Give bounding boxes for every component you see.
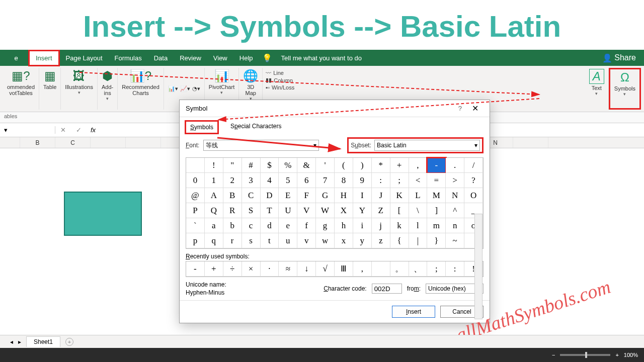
char-cell[interactable]: L <box>409 188 428 203</box>
column-header[interactable]: B <box>20 137 55 148</box>
recent-char-cell[interactable]: - <box>186 261 205 277</box>
char-cell[interactable]: j <box>372 218 390 233</box>
char-cell[interactable]: x <box>335 233 353 248</box>
selected-cell-c[interactable] <box>64 192 142 236</box>
char-cell[interactable]: C <box>242 188 261 203</box>
char-cell[interactable]: 4 <box>261 173 279 188</box>
char-cell[interactable]: X <box>335 203 353 218</box>
char-cell[interactable]: t <box>261 233 279 248</box>
text-button[interactable]: A Text ▾ <box>585 68 609 110</box>
illustrations-button[interactable]: 🖼 Illustrations ▾ <box>61 68 98 110</box>
char-cell[interactable]: @ <box>186 188 205 203</box>
char-cell[interactable]: 9 <box>353 173 372 188</box>
ribbon-tab-help[interactable]: Help <box>233 51 259 65</box>
char-cell[interactable]: Q <box>205 203 223 218</box>
accept-formula-icon[interactable]: ✓ <box>71 126 87 134</box>
share-button[interactable]: 👤 Share <box>602 53 640 63</box>
help-icon[interactable]: ? <box>453 105 467 112</box>
char-cell[interactable]: a <box>205 218 223 233</box>
recent-char-cell[interactable]: 。 <box>390 261 409 277</box>
char-cell[interactable]: i <box>353 218 372 233</box>
ribbon-tab-insert[interactable]: Insert <box>28 50 60 66</box>
char-cell[interactable]: U <box>279 203 297 218</box>
char-cell[interactable]: R <box>223 203 242 218</box>
recent-char-cell[interactable]: ÷ <box>223 261 242 277</box>
name-box[interactable]: ▾ <box>0 126 55 134</box>
pie-chart-icon[interactable]: ◔▾ <box>192 85 200 92</box>
char-cell[interactable]: z <box>372 233 390 248</box>
char-cell[interactable]: ~ <box>446 233 464 248</box>
fx-icon[interactable]: fx <box>87 126 100 134</box>
recent-char-cell[interactable]: Ⅲ <box>335 261 353 277</box>
char-cell[interactable]: Z <box>372 203 390 218</box>
subset-select[interactable]: Basic Latin▾ <box>374 140 480 151</box>
char-cell[interactable]: 2 <box>223 173 242 188</box>
char-cell[interactable]: F <box>297 188 316 203</box>
char-cell[interactable]: ` <box>186 218 205 233</box>
char-cell[interactable]: S <box>242 203 261 218</box>
char-cell[interactable]: ) <box>353 158 372 173</box>
char-cell[interactable]: \ <box>409 203 428 218</box>
char-cell[interactable]: ( <box>335 158 353 173</box>
char-cell[interactable]: e <box>279 218 297 233</box>
font-select[interactable]: 等线▾ <box>203 140 319 151</box>
ribbon-tab-data[interactable]: Data <box>148 51 174 65</box>
char-cell[interactable]: N <box>446 188 464 203</box>
sheet-tab-1[interactable]: Sheet1 <box>26 336 60 347</box>
char-cell[interactable]: k <box>390 218 409 233</box>
zoom-slider[interactable] <box>560 354 610 356</box>
table-button[interactable]: ▦ Table <box>39 68 61 110</box>
column-header[interactable] <box>91 137 126 148</box>
ribbon-tab-view[interactable]: View <box>207 51 233 65</box>
column-header[interactable] <box>126 137 161 148</box>
column-header[interactable] <box>0 137 20 148</box>
char-cell[interactable]: + <box>390 158 409 173</box>
char-cell[interactable]: 0 <box>186 173 205 188</box>
recent-char-cell[interactable]: : <box>446 261 464 277</box>
char-cell[interactable]: l <box>409 218 428 233</box>
recent-char-cell[interactable]: √ <box>316 261 335 277</box>
add-sheet-button[interactable]: + <box>65 338 73 346</box>
char-cell[interactable]: q <box>205 233 223 248</box>
close-icon[interactable]: ✕ <box>467 104 484 113</box>
char-cell[interactable]: W <box>316 203 335 218</box>
char-cell[interactable]: $ <box>261 158 279 173</box>
char-cell[interactable]: V <box>297 203 316 218</box>
char-scrollbar[interactable] <box>474 214 482 319</box>
char-cell[interactable]: A <box>205 188 223 203</box>
recent-char-cell[interactable]: · <box>261 261 279 277</box>
char-cell[interactable]: p <box>186 233 205 248</box>
char-cell[interactable]: > <box>446 173 464 188</box>
char-cell[interactable]: 5 <box>279 173 297 188</box>
char-cell[interactable]: { <box>390 233 409 248</box>
sparkline-winloss-button[interactable]: ▪▫Win/Loss <box>266 84 294 90</box>
zoom-out-icon[interactable]: − <box>552 352 555 358</box>
symbols-button[interactable]: Ω Symbols ▾ <box>609 68 641 110</box>
char-cell[interactable]: = <box>427 173 446 188</box>
char-cell[interactable]: 8 <box>335 173 353 188</box>
char-cell[interactable]: ] <box>427 203 446 218</box>
char-cell[interactable]: < <box>409 173 428 188</box>
char-cell[interactable]: c <box>242 218 261 233</box>
char-cell[interactable]: [ <box>390 203 409 218</box>
insert-button[interactable]: Insert <box>392 306 435 318</box>
char-cell[interactable]: s <box>242 233 261 248</box>
char-cell[interactable]: O <box>464 188 483 203</box>
char-cell[interactable]: h <box>335 218 353 233</box>
char-cell[interactable]: 1 <box>205 173 223 188</box>
recommended-charts-button[interactable]: 📊? Recommended Charts <box>118 68 164 110</box>
char-cell[interactable]: G <box>316 188 335 203</box>
char-cell[interactable]: 3 <box>242 173 261 188</box>
char-cell[interactable]: 6 <box>297 173 316 188</box>
char-cell[interactable]: b <box>223 218 242 233</box>
recent-char-cell[interactable] <box>372 261 390 277</box>
char-cell[interactable]: Y <box>353 203 372 218</box>
char-cell[interactable]: ? <box>464 173 483 188</box>
char-cell[interactable]: : <box>372 173 390 188</box>
char-cell[interactable]: g <box>316 218 335 233</box>
ribbon-tab-formulas[interactable]: Formulas <box>109 51 148 65</box>
char-cell[interactable]: I <box>353 188 372 203</box>
char-cell[interactable]: } <box>427 233 446 248</box>
ribbon-tab-review[interactable]: Review <box>174 51 207 65</box>
char-cell[interactable]: d <box>261 218 279 233</box>
